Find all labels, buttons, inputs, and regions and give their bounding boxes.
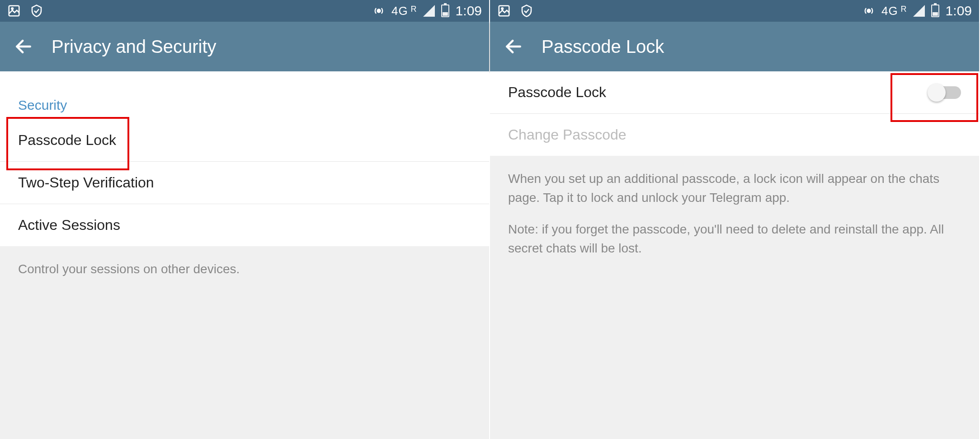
list-item-active-sessions[interactable]: Active Sessions [0, 204, 489, 246]
battery-icon [441, 5, 449, 17]
status-time: 1:09 [946, 3, 972, 19]
help-text-2: Note: if you forget the passcode, you'll… [508, 220, 961, 258]
image-icon [497, 4, 511, 18]
image-icon [7, 4, 21, 18]
shield-check-icon [520, 4, 533, 18]
section-header-security: Security [0, 85, 489, 119]
hotspot-icon [372, 5, 385, 17]
status-bar: 4G R 1:09 [490, 0, 979, 22]
svg-point-5 [867, 9, 870, 13]
status-bar: 4G R 1:09 [0, 0, 489, 22]
svg-point-1 [11, 8, 13, 9]
signal-icon [913, 5, 925, 17]
network-label: 4G [391, 4, 408, 18]
page-title: Privacy and Security [52, 37, 217, 57]
signal-icon [423, 5, 435, 17]
content-area: Passcode Lock Change Passcode When you s… [490, 71, 979, 439]
highlight-box [6, 117, 129, 170]
list-item-label: Active Sessions [18, 217, 120, 234]
app-bar: Privacy and Security [0, 22, 489, 71]
footer-note: When you set up an additional passcode, … [490, 156, 979, 439]
roaming-label: R [411, 5, 417, 14]
svg-point-2 [377, 9, 380, 13]
network-label: 4G [881, 4, 898, 18]
shield-check-icon [30, 4, 43, 18]
svg-point-4 [501, 8, 503, 9]
hotspot-icon [862, 5, 875, 17]
back-button[interactable] [504, 37, 523, 56]
highlight-box [890, 73, 978, 122]
roaming-label: R [901, 5, 907, 14]
screen-privacy-security: 4G R 1:09 Privacy and Security Security … [0, 0, 490, 439]
screen-passcode-lock: 4G R 1:09 Passcode Lock Passcode Lock Ch… [490, 0, 980, 439]
help-text-1: When you set up an additional passcode, … [508, 169, 961, 207]
page-title: Passcode Lock [542, 37, 664, 57]
back-button[interactable] [14, 37, 33, 56]
list-item-label: Two-Step Verification [18, 174, 154, 191]
battery-icon [931, 5, 939, 17]
status-time: 1:09 [456, 3, 482, 19]
list-item-label: Change Passcode [508, 126, 627, 143]
app-bar: Passcode Lock [490, 22, 979, 71]
footer-note: Control your sessions on other devices. [0, 246, 489, 439]
footer-text: Control your sessions on other devices. [18, 260, 471, 279]
toggle-label: Passcode Lock [508, 84, 606, 101]
